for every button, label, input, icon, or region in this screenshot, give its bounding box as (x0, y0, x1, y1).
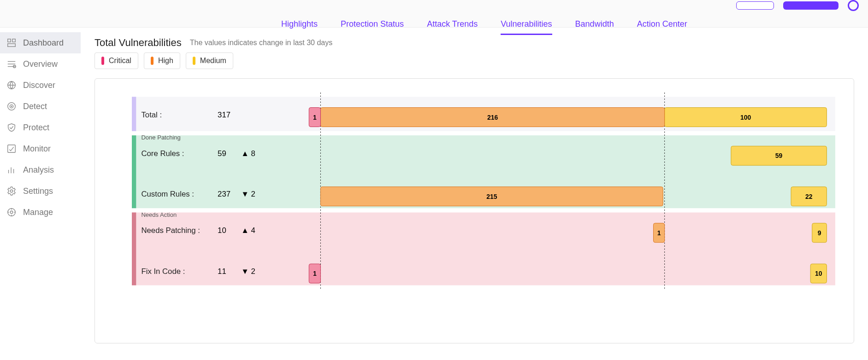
legend-high-label: High (158, 57, 173, 65)
legend: Critical High Medium (94, 52, 854, 69)
sidebar-item-label: Manage (23, 208, 53, 217)
svg-text:9: 9 (818, 229, 821, 237)
settings-icon (6, 186, 17, 196)
sidebar-item-label: Settings (23, 186, 53, 196)
tab-attack-trends[interactable]: Attack Trends (427, 19, 478, 35)
svg-text:59: 59 (218, 149, 226, 158)
content: Total Vulnerabilities The values indicat… (81, 28, 868, 353)
svg-rect-27 (132, 213, 136, 285)
svg-text:237: 237 (218, 190, 230, 198)
svg-text:1: 1 (313, 114, 317, 121)
svg-point-9 (10, 105, 13, 108)
svg-rect-25 (132, 135, 136, 208)
sidebar-item-monitor[interactable]: Monitor (0, 138, 81, 159)
sidebar-item-label: Analysis (23, 165, 54, 175)
svg-text:▲ 4: ▲ 4 (241, 226, 255, 235)
svg-text:317: 317 (218, 110, 230, 119)
legend-critical-label: Critical (109, 57, 131, 65)
pill-high-icon (151, 57, 154, 65)
svg-text:1: 1 (657, 229, 661, 237)
svg-text:Needs Patching :: Needs Patching : (141, 226, 200, 235)
svg-text:10: 10 (218, 226, 226, 235)
protect-icon (6, 122, 17, 133)
svg-text:Custom Rules :: Custom Rules : (141, 190, 194, 198)
legend-medium[interactable]: Medium (186, 52, 233, 69)
sidebar-item-label: Overview (23, 59, 58, 69)
svg-text:Done Patching: Done Patching (141, 134, 180, 141)
sidebar-item-settings[interactable]: Settings (0, 180, 81, 202)
overview-icon (6, 59, 17, 69)
svg-rect-11 (8, 145, 16, 153)
svg-point-8 (8, 103, 16, 110)
top-bar: HighlightsProtection StatusAttack Trends… (0, 0, 868, 28)
discover-icon (6, 80, 17, 90)
dashboard-icon (6, 38, 17, 48)
pill-medium-icon (193, 57, 195, 65)
svg-point-15 (10, 190, 13, 192)
sidebar-item-label: Protect (23, 123, 49, 133)
svg-text:22: 22 (805, 193, 813, 200)
svg-rect-23 (132, 97, 136, 131)
svg-rect-1 (12, 39, 15, 42)
manage-icon (6, 207, 17, 217)
svg-rect-2 (8, 44, 16, 46)
detect-icon (6, 101, 17, 111)
tab-action-center[interactable]: Action Center (637, 19, 687, 35)
top-primary-button[interactable] (783, 1, 838, 10)
tab-bandwidth[interactable]: Bandwidth (575, 19, 614, 35)
legend-medium-label: Medium (200, 57, 226, 65)
page-subtitle: The values indicates change in last 30 d… (190, 39, 333, 47)
sidebar-item-label: Discover (23, 81, 55, 90)
tab-protection-status[interactable]: Protection Status (341, 19, 404, 35)
sidebar-item-protect[interactable]: Protect (0, 117, 81, 138)
sidebar-item-label: Dashboard (23, 38, 64, 48)
tab-highlights[interactable]: Highlights (281, 19, 318, 35)
pill-critical-icon (101, 57, 104, 65)
top-outline-button[interactable] (736, 1, 774, 10)
vulnerabilities-chart: Total :3171002161Done PatchingCore Rules… (132, 93, 835, 314)
svg-text:Needs Action: Needs Action (141, 211, 177, 218)
sidebar-item-dashboard[interactable]: Dashboard (0, 32, 81, 53)
svg-text:216: 216 (487, 114, 498, 121)
svg-rect-0 (8, 39, 11, 42)
svg-text:1: 1 (313, 270, 317, 277)
svg-text:100: 100 (740, 114, 751, 121)
page-title: Total Vulnerabilities (94, 37, 182, 49)
sidebar-item-analysis[interactable]: Analysis (0, 159, 81, 180)
monitor-icon (6, 144, 17, 154)
sidebar-item-detect[interactable]: Detect (0, 96, 81, 117)
svg-text:Fix In Code :: Fix In Code : (141, 267, 185, 276)
top-tabs: HighlightsProtection StatusAttack Trends… (281, 19, 687, 35)
chart-card: Total :3171002161Done PatchingCore Rules… (94, 78, 854, 343)
sidebar-item-overview[interactable]: Overview (0, 53, 81, 75)
top-right-controls (736, 0, 859, 11)
sidebar-item-manage[interactable]: Manage (0, 202, 81, 223)
svg-point-10 (11, 106, 12, 107)
svg-text:▲ 8: ▲ 8 (241, 149, 255, 158)
analysis-icon (6, 165, 17, 175)
legend-high[interactable]: High (144, 52, 180, 69)
svg-rect-26 (132, 213, 835, 285)
legend-critical[interactable]: Critical (94, 52, 138, 69)
svg-text:▼ 2: ▼ 2 (241, 190, 255, 198)
tab-vulnerabilities[interactable]: Vulnerabilities (501, 19, 552, 35)
sidebar-item-label: Detect (23, 102, 47, 111)
sidebar-item-discover[interactable]: Discover (0, 75, 81, 96)
help-icon[interactable] (848, 0, 859, 11)
svg-text:10: 10 (815, 270, 822, 277)
svg-text:59: 59 (775, 152, 783, 159)
svg-point-17 (10, 211, 13, 214)
svg-text:▼ 2: ▼ 2 (241, 267, 255, 276)
sidebar: DashboardOverviewDiscoverDetectProtectMo… (0, 28, 81, 353)
svg-text:Total :: Total : (141, 110, 162, 119)
svg-text:11: 11 (218, 267, 226, 276)
sidebar-item-label: Monitor (23, 144, 51, 154)
svg-text:Core Rules :: Core Rules : (141, 149, 184, 158)
svg-text:215: 215 (486, 193, 497, 200)
